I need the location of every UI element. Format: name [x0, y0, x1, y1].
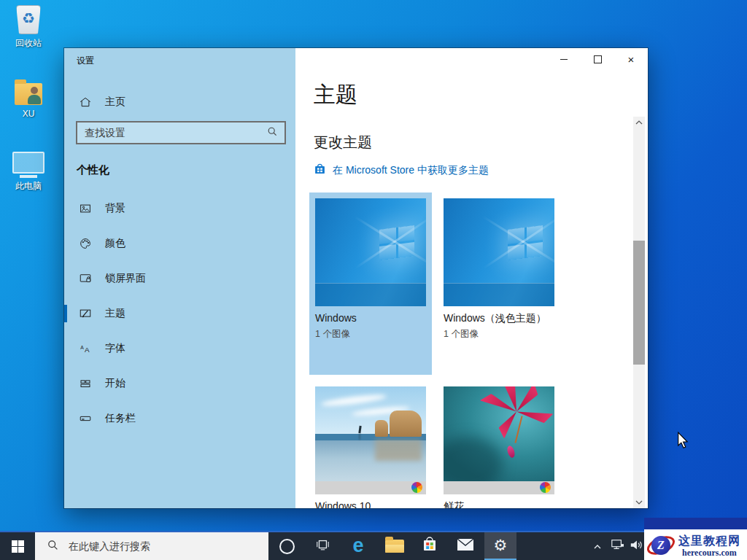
- settings-search-box[interactable]: [76, 121, 286, 144]
- store-link-label: 在 Microsoft Store 中获取更多主题: [333, 164, 489, 177]
- sidebar-item-label: 字体: [105, 342, 125, 355]
- svg-text:A: A: [80, 345, 84, 350]
- scrollbar-thumb[interactable]: [633, 241, 645, 365]
- sidebar-item-taskbar[interactable]: 任务栏: [64, 404, 295, 433]
- sidebar-item-lock-screen[interactable]: 锁屏界面: [64, 264, 295, 293]
- task-view-button[interactable]: [306, 532, 338, 560]
- theme-name: 鲜花: [444, 500, 464, 508]
- settings-taskbar-button[interactable]: ⚙: [484, 532, 516, 560]
- sidebar-item-label: 颜色: [105, 237, 125, 250]
- theme-thumbnail-flower: [444, 386, 554, 494]
- store-link[interactable]: 在 Microsoft Store 中获取更多主题: [314, 163, 489, 178]
- sidebar-item-colors[interactable]: 颜色: [64, 229, 295, 258]
- theme-card-windows-light[interactable]: Windows（浅色主题） 1 个图像: [438, 192, 560, 375]
- background-image-icon: [79, 202, 92, 215]
- watermark-top-bar: [644, 518, 747, 529]
- theme-thumbnail-beach: [315, 386, 426, 494]
- gear-icon: ⚙: [494, 538, 508, 553]
- start-tiles-icon: [79, 377, 92, 390]
- watermark-logo-letter: Z: [657, 539, 665, 552]
- watermark: Z 这里教程网 herecours.com: [644, 518, 747, 560]
- taskbar-search-input[interactable]: [67, 540, 268, 553]
- settings-window: 设置 主页 个性化: [64, 48, 648, 508]
- cortana-icon: [279, 539, 295, 554]
- themes-brush-icon: [79, 307, 92, 320]
- file-explorer-icon: [385, 540, 404, 553]
- taskbar-search-box[interactable]: [35, 532, 268, 560]
- sidebar-item-label: 任务栏: [105, 412, 136, 425]
- sidebar-item-label: 开始: [105, 377, 125, 390]
- start-button[interactable]: [0, 532, 35, 560]
- store-icon: [422, 536, 438, 556]
- sidebar-item-label: 背景: [105, 202, 125, 215]
- edge-icon: e: [352, 536, 363, 556]
- sidebar-item-fonts[interactable]: A A 字体: [64, 334, 295, 363]
- theme-card-windows-10[interactable]: Windows 10: [309, 381, 432, 508]
- theme-name: Windows（浅色主题）: [444, 312, 546, 325]
- search-icon: [47, 539, 58, 553]
- lock-screen-icon: [79, 272, 92, 285]
- desktop-icon-label: 此电脑: [6, 180, 51, 192]
- desktop-icon-user-folder[interactable]: XU: [6, 76, 51, 119]
- this-pc-icon: [6, 147, 51, 178]
- theme-thumb-footer: [315, 481, 426, 494]
- sidebar-item-themes[interactable]: 主题: [64, 299, 295, 328]
- theme-meta: 1 个图像: [444, 328, 479, 341]
- desktop-icon-label: XU: [6, 109, 51, 119]
- scroll-up-icon[interactable]: [633, 117, 645, 128]
- maximize-icon: [594, 55, 602, 63]
- sidebar-item-home[interactable]: 主页: [64, 88, 295, 117]
- chevron-up-icon: [593, 540, 602, 553]
- watermark-logo-icon: Z: [646, 532, 676, 557]
- desktop: ♻ 回收站 XU 此电脑 设置 主页: [0, 0, 747, 560]
- maximize-button[interactable]: [581, 48, 614, 70]
- section-title: 更改主题: [314, 133, 372, 152]
- mail-button[interactable]: [449, 532, 482, 560]
- sidebar-item-label: 主题: [105, 307, 125, 320]
- mouse-cursor: [677, 432, 689, 452]
- search-icon: [266, 125, 278, 140]
- tray-show-hidden-icons[interactable]: [588, 532, 607, 560]
- color-wheel-icon: [411, 482, 422, 493]
- watermark-site-name: 这里教程网: [678, 534, 740, 549]
- mail-icon: [457, 538, 474, 554]
- network-icon: [610, 538, 624, 554]
- theme-card-flowers[interactable]: 鲜花: [438, 381, 560, 508]
- color-palette-icon: [79, 237, 92, 250]
- minimize-icon: [560, 59, 568, 60]
- desktop-icon-recycle-bin[interactable]: ♻ 回收站: [6, 4, 51, 50]
- theme-meta: 1 个图像: [315, 328, 350, 341]
- sidebar-item-background[interactable]: 背景: [64, 194, 295, 223]
- edge-button[interactable]: e: [341, 532, 375, 560]
- theme-card-windows[interactable]: Windows 1 个图像: [309, 192, 432, 375]
- color-wheel-icon: [540, 482, 551, 493]
- sidebar-section-header: 个性化: [77, 163, 109, 177]
- minimize-button[interactable]: [547, 48, 581, 70]
- scroll-down-icon[interactable]: [633, 497, 645, 508]
- watermark-domain: herecours.com: [682, 548, 737, 559]
- speaker-icon: [629, 538, 643, 554]
- sidebar-item-label: 锁屏界面: [105, 272, 146, 285]
- svg-text:A: A: [85, 346, 90, 354]
- file-explorer-button[interactable]: [378, 532, 411, 560]
- close-button[interactable]: ×: [614, 48, 648, 70]
- settings-content: × 主题 更改主题 在 Microsoft Store 中获取更多主题: [295, 48, 648, 508]
- store-button[interactable]: [413, 532, 446, 560]
- fonts-icon: A A: [79, 342, 92, 355]
- sidebar-item-start[interactable]: 开始: [64, 369, 295, 398]
- settings-search-input[interactable]: [77, 127, 266, 139]
- taskbar: e ⚙: [0, 531, 747, 560]
- content-scrollbar[interactable]: [633, 117, 645, 508]
- theme-name: Windows: [315, 312, 357, 324]
- desktop-icon-this-pc[interactable]: 此电脑: [6, 147, 51, 192]
- recycle-symbol-icon: ♻: [16, 11, 41, 26]
- desktop-icon-label: 回收站: [6, 37, 51, 50]
- cortana-button[interactable]: [271, 532, 302, 560]
- tray-network[interactable]: [607, 532, 627, 560]
- sidebar-home-label: 主页: [105, 96, 125, 109]
- task-view-icon: [314, 537, 330, 555]
- home-icon: [79, 96, 92, 109]
- windows-logo-icon: [12, 540, 24, 553]
- window-controls: ×: [547, 48, 648, 70]
- tray-volume[interactable]: [626, 532, 646, 560]
